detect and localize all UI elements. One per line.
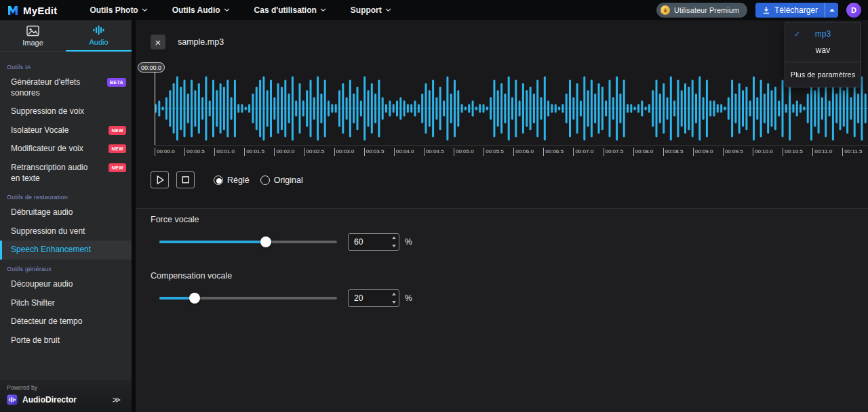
sidebar-item[interactable]: Suppression du vent — [0, 222, 132, 241]
chevron-up-icon — [829, 9, 835, 12]
ruler-label: 00:01.0 — [214, 148, 235, 156]
ruler-label: 00:06.0 — [513, 148, 534, 156]
stop-icon — [177, 171, 194, 188]
close-file-button[interactable]: × — [151, 35, 165, 49]
slider-fill — [159, 241, 266, 243]
tab-audio[interactable]: Audio — [66, 20, 132, 52]
download-menu-items: ✓mp3wav — [785, 26, 861, 58]
voice-strength-slider[interactable] — [159, 236, 337, 247]
editor-main: × sample.mp3 00:00.0 00:00.000:00.500:01… — [136, 20, 868, 412]
sidebar-item[interactable]: Générateur d'effets sonoresBETA — [0, 73, 132, 102]
section-title: Outils de restauration — [0, 188, 132, 203]
voice-strength-label: Force vocale — [151, 215, 868, 225]
slider-thumb[interactable] — [189, 293, 200, 304]
sidebar-item[interactable]: Isolateur VocaleNEW — [0, 121, 132, 140]
nav-menu-4[interactable]: Support — [351, 5, 391, 15]
format-option-wav[interactable]: wav — [785, 42, 861, 58]
spinner-up-button[interactable] — [389, 234, 399, 242]
file-header: × sample.mp3 — [151, 35, 224, 49]
spinner-up-button[interactable] — [389, 290, 399, 298]
waveform-svg[interactable] — [155, 75, 868, 142]
more-settings-item[interactable]: Plus de paramètres — [785, 66, 861, 83]
top-nav: Outils PhotoOutils AudioCas d'utilisatio… — [90, 5, 391, 15]
slider-thumb[interactable] — [260, 236, 271, 247]
radio-adjusted[interactable]: Réglé — [214, 176, 250, 185]
ruler-label: 00:02.5 — [304, 148, 325, 156]
audiodirector-logo-icon — [7, 394, 18, 405]
ruler-label: 00:09.5 — [723, 148, 743, 156]
ruler-label: 00:07.0 — [573, 148, 593, 156]
ruler-label: 00:03.0 — [334, 148, 355, 156]
download-caret-button[interactable] — [825, 3, 838, 18]
sidebar-tabs: Image Audio — [0, 20, 132, 52]
chevron-down-icon — [142, 8, 148, 12]
ruler-label: 00:04.0 — [394, 148, 414, 156]
spinner-down-button[interactable] — [389, 242, 399, 250]
menu-divider — [785, 62, 861, 62]
stop-button[interactable] — [176, 171, 195, 188]
tab-image[interactable]: Image — [0, 20, 66, 52]
voice-compensation-slider[interactable] — [159, 293, 337, 304]
playhead-time-tag: 00:00.0 — [138, 62, 165, 73]
premium-status-button[interactable]: ♛ Utilisateur Premium — [656, 3, 747, 18]
ruler-label: 00:02.0 — [274, 148, 294, 156]
check-icon: ✓ — [794, 30, 800, 39]
powered-by-block: Powered by AudioDirector ≫ — [0, 380, 132, 412]
ruler-label: 00:08.0 — [633, 148, 654, 156]
image-icon — [26, 25, 39, 37]
sidebar-item[interactable]: Modificateur de voixNEW — [0, 140, 132, 159]
ruler-label: 00:06.5 — [543, 148, 564, 156]
voice-strength-spinner — [389, 234, 399, 250]
spinner-down-button[interactable] — [389, 298, 399, 306]
voice-strength-group: Force vocale % — [151, 215, 868, 251]
download-split-button: Télécharger — [755, 3, 838, 18]
ruler-label: 00:00.0 — [155, 148, 175, 156]
voice-compensation-label: Compensation vocale — [151, 271, 868, 281]
ruler-label: 00:03.5 — [364, 148, 384, 156]
voice-compensation-spinner — [389, 290, 399, 306]
myedit-logo-icon — [7, 4, 19, 16]
radio-button-checked — [214, 176, 223, 185]
time-ruler[interactable]: 00:00.000:00.500:01.000:01.500:02.000:02… — [155, 145, 868, 157]
voice-compensation-group: Compensation vocale % — [151, 271, 868, 307]
chevron-down-icon — [224, 8, 230, 12]
sidebar-item[interactable]: Retranscription audio en texteNEW — [0, 159, 132, 188]
ruler-label: 00:05.0 — [454, 148, 474, 156]
sidebar-item[interactable]: Speech Enhancement — [0, 241, 132, 260]
sidebar-item[interactable]: Détecteur de tempo — [0, 312, 132, 331]
badge-beta: BETA — [107, 78, 126, 87]
play-button[interactable] — [151, 171, 169, 188]
section-title: Outils généraux — [0, 260, 132, 275]
chevron-down-icon — [385, 8, 391, 12]
sidebar-item[interactable]: Découpeur audio — [0, 275, 132, 294]
radio-original[interactable]: Original — [260, 176, 303, 185]
sidebar-item[interactable]: Débruitage audio — [0, 203, 132, 222]
download-menu: ✓mp3wav Plus de paramètres — [785, 22, 861, 87]
powered-by-label: Powered by — [7, 384, 125, 391]
enhancement-panel: Force vocale % — [136, 209, 868, 412]
sidebar: Image Audio Outils IAGénérateur d'effets… — [0, 20, 132, 412]
ruler-label: 00:04.5 — [424, 148, 444, 156]
playhead-line[interactable] — [155, 73, 155, 145]
nav-menu-2[interactable]: Outils Audio — [172, 5, 230, 15]
download-button[interactable]: Télécharger — [755, 3, 825, 18]
ruler-label: 00:05.5 — [484, 148, 504, 156]
sidebar-item[interactable]: Pitch Shifter — [0, 294, 132, 313]
nav-menu-1[interactable]: Outils Photo — [90, 5, 147, 15]
avatar[interactable]: D — [846, 3, 861, 18]
badge-new: NEW — [108, 144, 126, 153]
section-title: Outils IA — [0, 58, 132, 73]
double-chevron-right-icon[interactable]: ≫ — [112, 395, 121, 405]
ruler-label: 00:07.5 — [604, 148, 624, 156]
audio-waveform-icon — [92, 24, 105, 36]
ruler-label: 00:01.5 — [244, 148, 264, 156]
nav-menu-3[interactable]: Cas d'utilisation — [254, 5, 326, 15]
sidebar-item[interactable]: Suppression de voix — [0, 102, 132, 121]
crown-icon: ♛ — [660, 5, 670, 15]
download-icon — [762, 6, 770, 14]
format-option-mp3[interactable]: ✓mp3 — [785, 26, 861, 42]
sidebar-item[interactable]: Porte de bruit — [0, 331, 132, 350]
audiodirector-link[interactable]: AudioDirector ≫ — [7, 394, 125, 405]
ruler-label: 00:11.0 — [812, 148, 832, 156]
myedit-logo[interactable]: MyEdit — [7, 4, 57, 16]
